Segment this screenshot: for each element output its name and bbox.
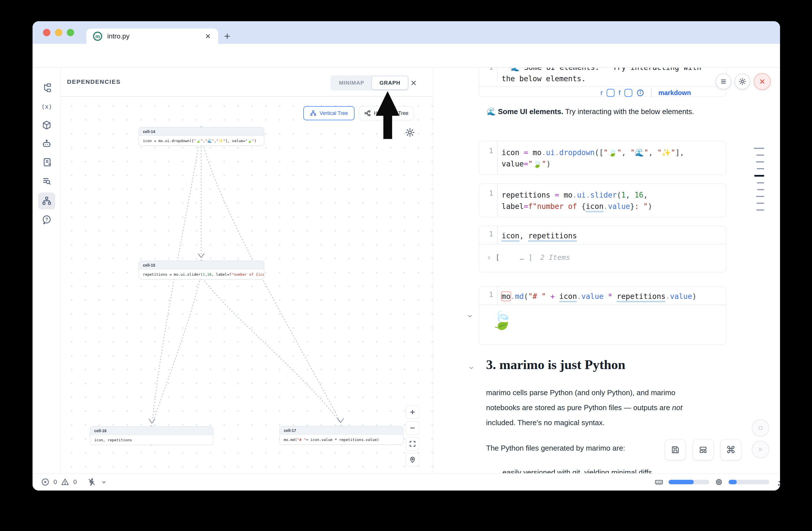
chevron-down-icon[interactable] bbox=[100, 478, 107, 486]
cell-fold-toggle[interactable] bbox=[466, 312, 474, 320]
sidebar-item-snippets[interactable] bbox=[38, 154, 55, 171]
stop-button[interactable] bbox=[752, 419, 769, 437]
minimap-line[interactable] bbox=[754, 148, 764, 149]
expand-chevron[interactable]: › bbox=[487, 253, 491, 261]
sidebar-item-file-explorer[interactable] bbox=[38, 79, 55, 96]
scroll-icon bbox=[42, 157, 52, 168]
code-line: icon, repetitions bbox=[502, 230, 577, 241]
graph-node-cell-14[interactable]: cell-14 icon = mo.ui.dropdown(["🍃", "🌊",… bbox=[139, 127, 264, 146]
notebook-settings-button[interactable] bbox=[735, 74, 750, 89]
graph-node-cell-17[interactable]: cell-17 mo.md("# " + icon.value * repeti… bbox=[279, 426, 404, 445]
fit-view-button[interactable] bbox=[406, 437, 419, 450]
dependencies-header: DEPENDENCIES MINIMAP GRAPH bbox=[61, 68, 433, 96]
warnings-icon[interactable] bbox=[61, 478, 69, 486]
horizontal-tree-button[interactable]: Horizontal Tree bbox=[359, 106, 414, 120]
gutter-divider bbox=[497, 141, 498, 174]
cell-language-badge[interactable]: markdown bbox=[658, 89, 691, 97]
format-toggle-label: f bbox=[619, 89, 621, 97]
tab-minimap[interactable]: MINIMAP bbox=[332, 76, 372, 89]
new-tab-button[interactable] bbox=[223, 32, 232, 41]
minimap-line[interactable] bbox=[756, 196, 764, 197]
layout-grid-icon bbox=[698, 445, 708, 454]
plus-icon bbox=[223, 32, 232, 41]
collapsed-output[interactable]: › [ … ] 2 Items bbox=[487, 253, 570, 261]
zoom-in-button[interactable] bbox=[406, 405, 419, 419]
gutter-divider bbox=[497, 184, 498, 217]
code-cell-md[interactable]: 1 mo.md("# " + icon.value * repetitions.… bbox=[479, 286, 727, 345]
layout-button[interactable] bbox=[693, 439, 713, 460]
traffic-light-close[interactable] bbox=[43, 29, 50, 36]
sidebar-item-help[interactable]: ? bbox=[38, 211, 55, 228]
minimap-line[interactable] bbox=[757, 189, 764, 190]
svg-text:?: ? bbox=[45, 217, 48, 222]
cpu-icon bbox=[714, 477, 723, 487]
run-all-button[interactable] bbox=[752, 441, 769, 458]
error-count: 0 bbox=[54, 478, 57, 486]
browser-tab[interactable]: m intro.py bbox=[86, 29, 218, 44]
line-number: 1 bbox=[479, 291, 493, 299]
graph-node-code: icon = mo.ui.dropdown(["🍃", "🌊", "✨"], v… bbox=[139, 136, 264, 145]
robot-icon bbox=[42, 139, 52, 149]
minimap-line[interactable] bbox=[756, 203, 764, 204]
reactive-checkbox[interactable] bbox=[607, 89, 614, 97]
graph-settings-button[interactable] bbox=[405, 127, 415, 138]
sidebar-item-dependencies[interactable] bbox=[38, 192, 55, 210]
traffic-light-minimize[interactable] bbox=[55, 29, 62, 36]
cell-footer-divider bbox=[479, 86, 726, 87]
code-line: label=f"number of {icon.value}: ") bbox=[502, 201, 652, 212]
sidebar-item-logs[interactable] bbox=[38, 173, 55, 190]
zoom-out-button[interactable] bbox=[406, 421, 419, 435]
output-divider bbox=[479, 244, 726, 245]
shortcuts-button[interactable]: ⌘ bbox=[720, 439, 741, 460]
panel-close-button[interactable] bbox=[410, 79, 418, 87]
status-bar: 0 0 bbox=[32, 473, 780, 490]
graph-node-cell-16[interactable]: cell-16 icon, repetitions bbox=[90, 426, 213, 445]
notebook-panel: 1 **🌊 Some UI elements.** Try interactin… bbox=[433, 68, 780, 473]
scroll-minimap[interactable] bbox=[753, 148, 764, 211]
tab-close-icon[interactable] bbox=[204, 32, 212, 40]
para-text: included. There's no magical syntax. bbox=[486, 418, 605, 427]
command-key-icon: ⌘ bbox=[726, 444, 736, 456]
code-cell-expression[interactable]: 1 icon, repetitions › [ … ] 2 Items bbox=[479, 226, 727, 272]
shutdown-button[interactable] bbox=[754, 73, 771, 90]
minimap-line[interactable] bbox=[757, 182, 764, 183]
graph-canvas[interactable] bbox=[61, 96, 433, 473]
map-pin-icon bbox=[409, 456, 416, 463]
minus-icon bbox=[409, 424, 416, 432]
marimo-app: (x) ? DEPENDENCIES bbox=[32, 68, 780, 490]
code-cell-slider[interactable]: 1 repetitions = mo.ui.slider(1, 16, labe… bbox=[479, 183, 727, 217]
minimap-line[interactable] bbox=[756, 161, 764, 162]
minimap-line[interactable] bbox=[756, 210, 764, 211]
errors-icon[interactable] bbox=[41, 478, 49, 486]
hamburger-icon bbox=[720, 77, 727, 85]
fullscreen-icon bbox=[409, 440, 416, 447]
minimap-line[interactable] bbox=[756, 155, 764, 156]
info-icon[interactable] bbox=[636, 89, 644, 97]
sidebar-item-packages[interactable] bbox=[38, 117, 55, 133]
markdown-cell-editor[interactable]: 1 **🌊 Some UI elements.** Try interactin… bbox=[479, 68, 727, 97]
traffic-light-zoom[interactable] bbox=[67, 29, 74, 36]
locate-button[interactable] bbox=[406, 453, 419, 467]
vertical-tree-button[interactable]: Vertical Tree bbox=[303, 106, 354, 120]
graph-node-cell-15[interactable]: cell-15 repetitions = mo.ui.slider(1, 16… bbox=[139, 261, 264, 279]
minimap-line[interactable] bbox=[754, 175, 764, 177]
notebook-menu-button[interactable] bbox=[715, 74, 731, 89]
emoji-output: 🍃 bbox=[491, 310, 513, 331]
code-cell-dropdown[interactable]: 1 icon = mo.ui.dropdown(["🍃", "🌊", "✨"],… bbox=[479, 141, 727, 175]
line-number: 1 bbox=[479, 68, 493, 71]
ai-disabled-icon[interactable] bbox=[87, 477, 96, 487]
reactive-toggle-label: r bbox=[600, 89, 603, 97]
ai-sparkle-icon[interactable] bbox=[777, 477, 780, 487]
sidebar-item-ai-assistant[interactable] bbox=[38, 135, 55, 152]
sidebar-item-variables[interactable]: (x) bbox=[38, 98, 55, 115]
section-heading: 3. marimo is just Python bbox=[486, 357, 625, 372]
para-emphasis: not bbox=[672, 403, 682, 412]
section-fold-toggle[interactable] bbox=[467, 364, 475, 372]
marimo-favicon: m bbox=[92, 31, 103, 41]
format-checkbox[interactable] bbox=[624, 89, 632, 97]
minimap-line[interactable] bbox=[757, 168, 764, 169]
save-button[interactable] bbox=[665, 439, 686, 460]
graph-node-title: cell-14 bbox=[139, 127, 264, 136]
tab-graph[interactable]: GRAPH bbox=[372, 76, 408, 89]
section-paragraph-clipped: easily versioned with git, yielding mini… bbox=[503, 465, 700, 473]
